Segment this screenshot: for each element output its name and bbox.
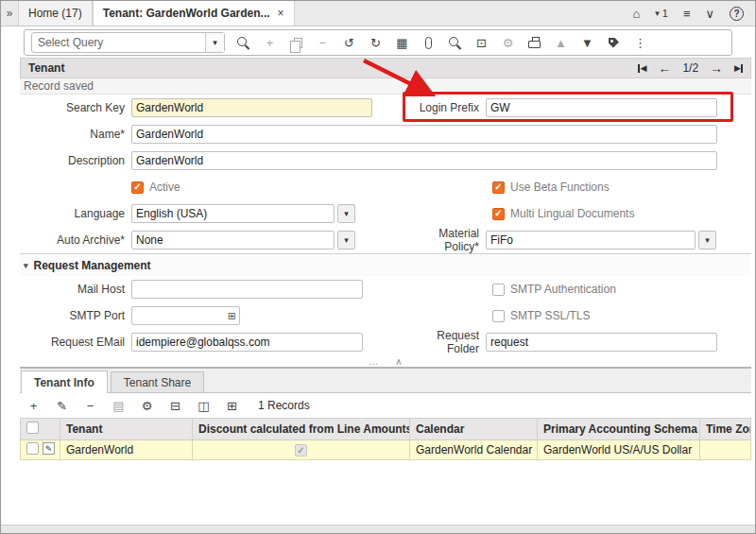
export-icon: ⊟ bbox=[170, 399, 180, 413]
use-beta-functions-checkbox[interactable] bbox=[492, 181, 505, 194]
close-tab-icon[interactable]: × bbox=[278, 7, 284, 20]
label-button[interactable] bbox=[606, 32, 622, 53]
toggle-view-button[interactable]: ⊞ bbox=[224, 395, 240, 416]
material-policy-combobox[interactable]: FiFo bbox=[486, 231, 696, 250]
chevron-down-icon[interactable]: ▾ bbox=[698, 231, 716, 250]
table-row[interactable]: ✎ GardenWorld GardenWorld Calendar Garde… bbox=[21, 440, 751, 460]
select-query-combobox[interactable]: Select Query ▾ bbox=[31, 32, 225, 53]
column-header-time-zone[interactable]: Time Zone bbox=[700, 419, 751, 440]
number-pad-icon[interactable]: ⊞ bbox=[228, 310, 236, 322]
mail-host-input[interactable] bbox=[131, 280, 363, 299]
name-input[interactable] bbox=[131, 125, 717, 144]
help-icon[interactable]: ? bbox=[730, 7, 744, 21]
bar-icon bbox=[741, 64, 743, 73]
smtp-authentication-label: SMTP Authentication bbox=[510, 283, 616, 296]
ellipsis-icon: ⋮ bbox=[634, 36, 646, 50]
form-row: Description bbox=[20, 147, 751, 174]
request-folder-label: Request Folder bbox=[407, 329, 486, 355]
smtp-authentication-checkbox[interactable] bbox=[492, 284, 505, 296]
multi-lingual-documents-checkbox[interactable] bbox=[492, 208, 505, 220]
column-header-accounting-schema[interactable]: Primary Accounting Schema bbox=[538, 419, 700, 440]
chevron-down-icon[interactable]: ▾ bbox=[337, 204, 355, 223]
delete-record-button[interactable]: − bbox=[315, 32, 331, 53]
form-row: Name* bbox=[20, 121, 751, 147]
smtp-ssl-checkbox[interactable] bbox=[492, 310, 505, 322]
save-row-button[interactable]: ▤ bbox=[111, 395, 127, 416]
add-row-button[interactable]: + bbox=[26, 395, 42, 416]
quick-form-button[interactable]: ◫ bbox=[196, 395, 212, 416]
last-record-button[interactable]: ▶ bbox=[734, 63, 743, 73]
triangle-left-icon: ◀ bbox=[640, 63, 646, 73]
report-button[interactable]: ⊡ bbox=[473, 32, 490, 53]
edit-row-icon[interactable]: ✎ bbox=[43, 442, 55, 455]
find-button[interactable] bbox=[235, 32, 251, 53]
tab-home[interactable]: Home (17) bbox=[18, 1, 93, 26]
language-label: Language bbox=[20, 207, 131, 220]
zoom-across-button[interactable] bbox=[447, 32, 463, 53]
mail-host-label: Mail Host bbox=[20, 283, 131, 296]
more-actions-button[interactable]: ⋮ bbox=[632, 32, 648, 53]
pane-splitter[interactable]: … ∧ bbox=[20, 355, 751, 369]
description-label: Description bbox=[20, 154, 131, 167]
chevron-down-icon[interactable]: ▾ bbox=[205, 33, 224, 52]
select-all-checkbox[interactable] bbox=[26, 422, 39, 434]
chevron-down-icon[interactable]: ▾ bbox=[337, 231, 355, 250]
column-header-tenant[interactable]: Tenant bbox=[60, 419, 193, 440]
detail-toolbar: + ✎ − ▤ ⚙ ⊟ ◫ ⊞ 1 Records bbox=[20, 393, 751, 418]
auto-archive-combobox[interactable]: None bbox=[131, 231, 335, 250]
page-title: Tenant bbox=[28, 61, 64, 75]
window-header: Tenant ◀ ← 1/2 → ▶ bbox=[20, 58, 751, 78]
edit-row-button[interactable]: ✎ bbox=[54, 395, 70, 416]
zoom-icon bbox=[449, 37, 461, 49]
request-email-input[interactable] bbox=[131, 333, 363, 352]
column-header-discount[interactable]: Discount calculated from Line Amounts bbox=[193, 419, 410, 440]
collapse-header-icon[interactable]: ∨ bbox=[705, 7, 714, 21]
request-folder-input[interactable] bbox=[486, 333, 717, 352]
tenant-form: Search Key Login Prefix Name* Descriptio… bbox=[20, 95, 751, 369]
plus-icon: + bbox=[266, 36, 274, 50]
active-checkbox[interactable] bbox=[131, 181, 144, 194]
home-icon[interactable]: ⌂ bbox=[632, 7, 640, 21]
smtp-port-input[interactable] bbox=[131, 306, 240, 325]
main-toolbar: Select Query ▾ + − ↺ ↻ ▦ ⊡ ⚙ ▲ ▼ ⋮ bbox=[24, 29, 732, 56]
records-count: 1 Records bbox=[258, 399, 310, 412]
column-header-calendar[interactable]: Calendar bbox=[410, 419, 538, 440]
request-management-section-header[interactable]: ▾ Request Management bbox=[20, 253, 751, 276]
tab-tenant-info[interactable]: Tenant Info bbox=[21, 370, 108, 393]
record-navigation: ◀ ← 1/2 → ▶ bbox=[638, 60, 743, 76]
next-record-button[interactable]: → bbox=[710, 60, 723, 76]
undo-button[interactable]: ↺ bbox=[341, 32, 357, 53]
grid-icon: ▦ bbox=[396, 36, 407, 50]
print-button[interactable] bbox=[526, 32, 542, 53]
table-icon: ⊞ bbox=[227, 399, 237, 413]
login-prefix-input[interactable] bbox=[486, 98, 717, 117]
tab-tenant[interactable]: Tenant: GardenWorld Garden... × bbox=[93, 1, 295, 26]
sidebar-expand-icon[interactable]: » bbox=[1, 1, 18, 26]
first-record-button[interactable]: ◀ bbox=[638, 63, 646, 73]
detail-tabbar: Tenant Info Tenant Share bbox=[20, 369, 751, 393]
customize-grid-button[interactable]: ⚙ bbox=[139, 395, 155, 416]
app-window: » Home (17) Tenant: GardenWorld Garden..… bbox=[0, 0, 756, 534]
description-input[interactable] bbox=[131, 151, 717, 170]
menu-icon[interactable]: ≡ bbox=[683, 7, 691, 21]
notifications-dropdown[interactable]: ▾ 1 bbox=[655, 8, 668, 19]
delete-row-button[interactable]: − bbox=[82, 395, 98, 416]
search-key-input[interactable] bbox=[131, 98, 372, 117]
form-row: Auto Archive* None ▾ Material Policy* Fi… bbox=[20, 227, 751, 253]
process-button[interactable]: ⚙ bbox=[500, 32, 516, 53]
horizontal-scrollbar[interactable] bbox=[1, 525, 755, 533]
attachment-button[interactable] bbox=[421, 32, 437, 53]
copy-record-button[interactable] bbox=[288, 32, 304, 53]
previous-record-button[interactable]: ← bbox=[658, 60, 671, 76]
tab-tenant-share[interactable]: Tenant Share bbox=[111, 371, 204, 392]
refresh-button[interactable]: ↻ bbox=[368, 32, 384, 53]
language-combobox[interactable]: English (USA) bbox=[131, 204, 335, 223]
export-menu-button[interactable]: ▼ bbox=[579, 32, 595, 53]
export-grid-button[interactable]: ⊟ bbox=[167, 395, 183, 416]
active-label: Active bbox=[149, 181, 180, 194]
search-key-label: Search Key bbox=[20, 101, 131, 114]
archive-button[interactable]: ▲ bbox=[553, 32, 569, 53]
row-checkbox[interactable] bbox=[26, 442, 39, 455]
grid-toggle-button[interactable]: ▦ bbox=[394, 32, 410, 53]
new-record-button[interactable]: + bbox=[262, 32, 278, 53]
